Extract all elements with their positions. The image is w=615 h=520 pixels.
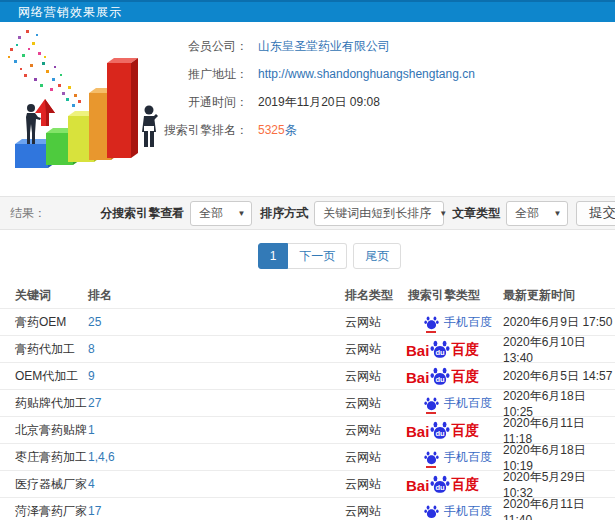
promo-url-link[interactable]: http://www.shandonghuangshengtang.cn	[258, 67, 475, 81]
result-label: 结果：	[10, 205, 46, 222]
baidu-paw-icon	[424, 396, 439, 411]
mobile-baidu-logo: 手机百度	[424, 395, 492, 412]
rank-link[interactable]: 9	[88, 369, 345, 383]
svg-text:du: du	[436, 348, 446, 357]
table-row: 膏药OEM 25 云网站 手机百度 2020年6月9日 17:50	[0, 309, 615, 336]
bar-red	[107, 58, 138, 158]
baidu-paw-icon: du	[430, 474, 450, 494]
baidu-paw-icon	[424, 504, 439, 519]
baidu-logo: Bai du 百度	[406, 420, 479, 440]
rank-type-cell: 云网站	[345, 341, 408, 358]
filter-controls: 分搜索引擎查看 全部 ▼ 排序方式 关键词由短到长排序 ▼ 文章类型 全部 ▼ …	[92, 201, 615, 226]
baidu-logo: Bai du 百度	[406, 339, 479, 359]
engine-rank-row: 搜索引擎排名： 5325条	[160, 116, 475, 144]
account-info-section: 会员公司： 山东皇圣堂药业有限公司 推广地址： http://www.shand…	[0, 22, 615, 196]
header-engine-type: 搜索引擎类型	[408, 287, 503, 304]
pagination: 1 下一页 尾页	[22, 230, 615, 282]
header-rank-type: 排名类型	[345, 287, 408, 304]
engine-filter-select[interactable]: 全部 ▼	[190, 201, 252, 226]
page-title: 网络营销效果展示	[18, 4, 122, 21]
svg-text:du: du	[436, 483, 446, 492]
update-time-cell: 2020年6月9日 17:50	[503, 314, 615, 331]
marketing-report-page: 网络营销效果展示	[0, 0, 615, 520]
table-row: 枣庄膏药加工 1,4,6 云网站 手机百度 2020年6月18日 10:19	[0, 444, 615, 471]
baidu-paw-icon	[424, 315, 439, 330]
table-row: OEM代加工 9 云网站 Bai du 百度 2020年6月5日 14:57	[0, 363, 615, 390]
table-row: 北京膏药贴牌 1 云网站 Bai du 百度 2020年6月11日 11:18	[0, 417, 615, 444]
rank-link[interactable]: 1	[88, 423, 345, 437]
header-update-time: 最新更新时间	[503, 287, 615, 304]
table-body: 膏药OEM 25 云网站 手机百度 2020年6月9日 17:50 膏药代加工 …	[0, 309, 615, 520]
search-engine-cell: 手机百度	[408, 449, 503, 466]
engine-filter-label: 分搜索引擎查看	[100, 205, 184, 222]
baidu-paw-icon: du	[430, 420, 450, 440]
keyword-cell: 药贴牌代加工	[0, 395, 88, 412]
header-rank: 排名	[88, 287, 345, 304]
rank-link[interactable]: 27	[88, 396, 345, 410]
rank-link[interactable]: 1,4,6	[88, 450, 345, 464]
article-type-select[interactable]: 全部 ▼	[506, 201, 568, 226]
article-type-value: 全部	[515, 205, 539, 222]
submit-button[interactable]: 提交	[576, 201, 615, 226]
page-header-banner: 网络营销效果展示	[0, 0, 615, 22]
table-row: 菏泽膏药厂家 17 云网站 手机百度 2020年6月11日 11:40	[0, 498, 615, 520]
search-engine-cell: Bai du 百度	[408, 366, 503, 386]
engine-rank-label: 搜索引擎排名：	[160, 122, 248, 139]
rank-link[interactable]: 25	[88, 315, 345, 329]
rank-link[interactable]: 8	[88, 342, 345, 356]
update-time-cell: 2020年6月11日 11:40	[503, 496, 615, 520]
search-engine-cell: Bai du 百度	[408, 339, 503, 359]
keyword-cell: 医疗器械厂家	[0, 476, 88, 493]
mobile-baidu-logo: 手机百度	[424, 503, 492, 520]
promo-url-row: 推广地址： http://www.shandonghuangshengtang.…	[160, 60, 475, 88]
article-type-label: 文章类型	[452, 205, 500, 222]
engine-rank-count: 5325	[258, 123, 285, 137]
rank-link[interactable]: 17	[88, 504, 345, 518]
businessman-right	[142, 106, 158, 148]
keyword-cell: 北京膏药贴牌	[0, 422, 88, 439]
search-engine-cell: 手机百度	[408, 503, 503, 520]
member-company-label: 会员公司：	[160, 38, 248, 55]
open-time-row: 开通时间： 2019年11月20日 09:08	[160, 88, 475, 116]
engine-filter-value: 全部	[199, 205, 223, 222]
search-engine-cell: 手机百度	[408, 395, 503, 412]
svg-text:du: du	[436, 429, 446, 438]
engine-rank-unit[interactable]: 条	[285, 122, 297, 139]
member-company-link[interactable]: 山东皇圣堂药业有限公司	[258, 38, 390, 55]
open-time-value: 2019年11月20日 09:08	[258, 94, 380, 111]
last-page-button[interactable]: 尾页	[353, 243, 401, 269]
baidu-paw-icon: du	[430, 339, 450, 359]
baidu-paw-icon	[424, 450, 439, 465]
rank-type-cell: 云网站	[345, 476, 408, 493]
table-row: 药贴牌代加工 27 云网站 手机百度 2020年6月18日 10:25	[0, 390, 615, 417]
rank-link[interactable]: 4	[88, 477, 345, 491]
next-page-button[interactable]: 下一页	[288, 243, 347, 269]
growth-chart-illustration	[2, 26, 184, 176]
update-time-cell: 2020年6月10日 13:40	[503, 334, 615, 365]
keyword-cell: 菏泽膏药厂家	[0, 503, 88, 520]
rank-type-cell: 云网站	[345, 368, 408, 385]
rank-type-cell: 云网站	[345, 314, 408, 331]
table-row: 医疗器械厂家 4 云网站 Bai du 百度 2020年5月29日 10:32	[0, 471, 615, 498]
baidu-paw-icon: du	[430, 366, 450, 386]
svg-text:du: du	[436, 375, 446, 384]
promo-url-label: 推广地址：	[160, 66, 248, 83]
page-button-current[interactable]: 1	[258, 243, 289, 269]
baidu-logo: Bai du 百度	[406, 366, 479, 386]
baidu-logo: Bai du 百度	[406, 474, 479, 494]
search-engine-cell: 手机百度	[408, 314, 503, 331]
filter-bar: 结果： 分搜索引擎查看 全部 ▼ 排序方式 关键词由短到长排序 ▼ 文章类型 全…	[0, 196, 615, 230]
header-keyword: 关键词	[0, 287, 88, 304]
sort-filter-select[interactable]: 关键词由短到长排序 ▼	[314, 201, 444, 226]
mobile-baidu-logo: 手机百度	[424, 314, 492, 331]
chevron-down-icon: ▼	[439, 209, 447, 218]
up-arrow-icon	[35, 99, 55, 126]
keyword-cell: 膏药OEM	[0, 314, 88, 331]
rank-type-cell: 云网站	[345, 503, 408, 520]
open-time-label: 开通时间：	[160, 94, 248, 111]
table-row: 膏药代加工 8 云网站 Bai du 百度 2020年6月10日 13:40	[0, 336, 615, 363]
rank-type-cell: 云网站	[345, 449, 408, 466]
search-engine-cell: Bai du 百度	[408, 420, 503, 440]
confetti-dots	[8, 30, 81, 107]
keyword-cell: 枣庄膏药加工	[0, 449, 88, 466]
